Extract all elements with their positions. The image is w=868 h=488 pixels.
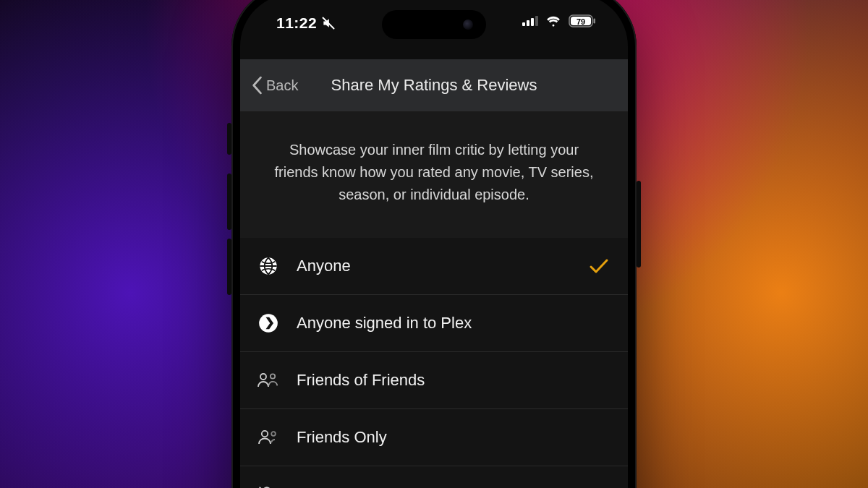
back-button[interactable]: Back xyxy=(240,76,298,95)
status-right: 79 xyxy=(522,14,596,27)
content-area: Showcase your inner film critic by letti… xyxy=(240,111,628,488)
mute-switch xyxy=(227,123,231,155)
option-friends-of-friends[interactable]: Friends of Friends xyxy=(240,352,628,409)
phone-frame: 11:22 xyxy=(231,0,637,488)
option-label: Private xyxy=(297,485,609,488)
svg-point-13 xyxy=(271,432,276,436)
check-icon xyxy=(589,258,609,274)
cellular-icon xyxy=(522,16,538,26)
option-anyone[interactable]: Anyone xyxy=(240,238,628,295)
option-private[interactable]: Private xyxy=(240,466,628,488)
friends-of-friends-icon xyxy=(256,371,281,390)
svg-point-9 xyxy=(259,314,278,333)
private-icon xyxy=(256,485,281,488)
svg-rect-4 xyxy=(535,16,538,26)
back-label: Back xyxy=(266,77,298,94)
svg-point-12 xyxy=(262,431,268,437)
silent-mode-icon xyxy=(321,16,336,30)
svg-rect-1 xyxy=(522,22,525,26)
globe-icon xyxy=(256,256,281,276)
status-time: 11:22 xyxy=(276,14,317,32)
wifi-icon xyxy=(545,15,561,27)
battery-icon: 79 xyxy=(569,14,596,27)
option-label: Friends Only xyxy=(297,428,609,447)
option-label: Friends of Friends xyxy=(297,371,609,390)
option-friends-only[interactable]: Friends Only xyxy=(240,409,628,466)
plex-icon xyxy=(256,313,281,333)
status-time-area: 11:22 xyxy=(276,14,336,32)
option-label: Anyone xyxy=(297,257,573,275)
power-button xyxy=(637,181,641,267)
section-description: Showcase your inner film critic by letti… xyxy=(240,111,628,238)
volume-up xyxy=(227,174,231,230)
nav-bar: Back Share My Ratings & Reviews xyxy=(240,59,628,111)
front-camera xyxy=(463,20,473,30)
svg-point-10 xyxy=(260,374,266,380)
option-label: Anyone signed in to Plex xyxy=(297,314,609,333)
options-list: Anyone xyxy=(240,238,628,488)
svg-point-11 xyxy=(271,374,275,378)
dynamic-island xyxy=(382,10,486,39)
friends-only-icon xyxy=(256,428,281,447)
svg-rect-6 xyxy=(594,19,596,24)
svg-rect-2 xyxy=(527,20,529,26)
option-anyone-signed-in[interactable]: Anyone signed in to Plex xyxy=(240,295,628,352)
chevron-left-icon xyxy=(250,76,263,95)
volume-down xyxy=(227,239,231,295)
background: 11:22 xyxy=(0,0,868,488)
phone-screen: 11:22 xyxy=(240,0,628,488)
battery-percent: 79 xyxy=(576,17,585,26)
svg-rect-3 xyxy=(531,18,534,26)
